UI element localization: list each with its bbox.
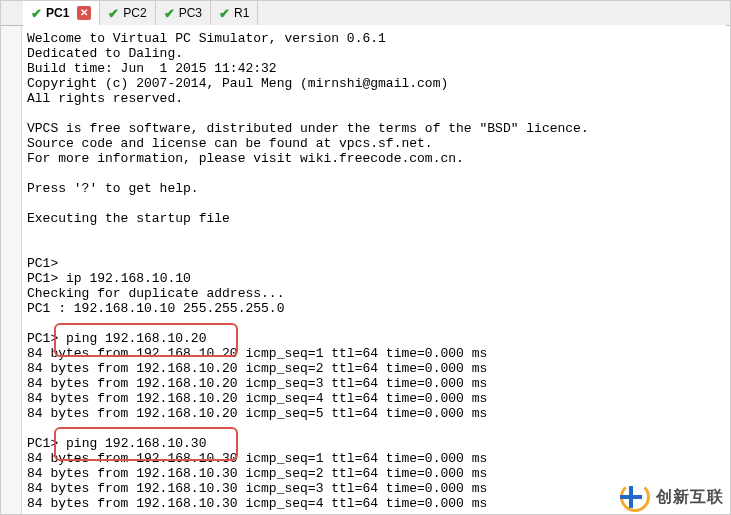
check-icon: ✔: [219, 7, 230, 20]
watermark-text: 创新互联: [656, 487, 724, 508]
terminal[interactable]: Welcome to Virtual PC Simulator, version…: [23, 25, 726, 512]
watermark-icon: [620, 482, 650, 512]
check-icon: ✔: [164, 7, 175, 20]
watermark: 创新互联: [620, 482, 724, 512]
side-panel: [1, 1, 22, 514]
tab-strip: ✔ PC1 ✕ ✔ PC2 ✔ PC3 ✔ R1: [1, 1, 730, 26]
tab-label: PC3: [179, 6, 202, 20]
tab-r1[interactable]: ✔ R1: [211, 1, 258, 26]
tab-pc1[interactable]: ✔ PC1 ✕: [23, 1, 100, 26]
tab-label: PC1: [46, 6, 69, 20]
terminal-output: Welcome to Virtual PC Simulator, version…: [23, 25, 726, 512]
close-icon[interactable]: ✕: [77, 6, 91, 20]
tab-label: PC2: [123, 6, 146, 20]
check-icon: ✔: [108, 7, 119, 20]
tab-pc2[interactable]: ✔ PC2: [100, 1, 155, 26]
tab-pc3[interactable]: ✔ PC3: [156, 1, 211, 26]
tab-label: R1: [234, 6, 249, 20]
check-icon: ✔: [31, 7, 42, 20]
app-window: ✔ PC1 ✕ ✔ PC2 ✔ PC3 ✔ R1 Welcome to Virt…: [0, 0, 731, 515]
